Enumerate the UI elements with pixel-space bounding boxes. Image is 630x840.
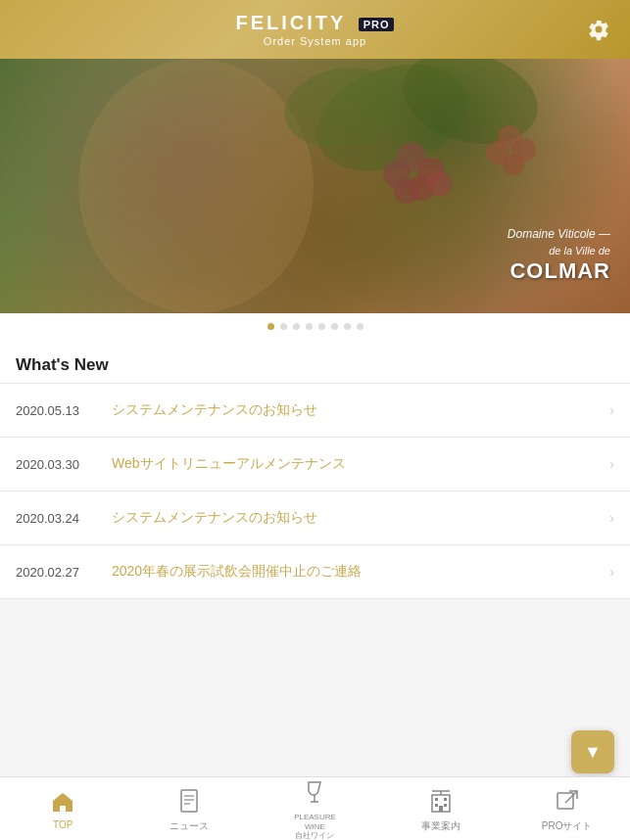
- colmar-text: COLMAR: [508, 258, 610, 284]
- chevron-icon-3: ›: [609, 510, 614, 526]
- gear-icon: [587, 18, 610, 41]
- svg-rect-14: [181, 790, 197, 812]
- chevron-icon-2: ›: [609, 456, 614, 472]
- news-date-2: 2020.03.30: [16, 457, 104, 472]
- settings-button[interactable]: [583, 14, 614, 45]
- news-title-2: Webサイトリニューアルメンテナンス: [104, 455, 609, 473]
- chevron-icon-4: ›: [609, 564, 614, 580]
- svg-point-13: [503, 154, 524, 175]
- document-icon: [179, 789, 199, 817]
- pro-site-icon: [556, 789, 579, 817]
- dot-8[interactable]: [357, 323, 363, 330]
- dot-5[interactable]: [318, 323, 325, 330]
- dot-4[interactable]: [306, 323, 313, 330]
- hero-brand-overlay: Domaine Viticole — de la Ville de COLMAR: [508, 227, 610, 284]
- hero-banner: Domaine Viticole — de la Ville de COLMAR: [0, 59, 630, 313]
- building-icon: [430, 789, 452, 817]
- domaine-text-line2: de la Ville de: [549, 245, 610, 257]
- scroll-down-button[interactable]: ▼: [571, 730, 614, 773]
- brand-name: FELICITY PRO: [236, 12, 395, 34]
- news-title-1: システムメンテナンスのお知らせ: [104, 401, 609, 419]
- svg-rect-27: [439, 806, 443, 812]
- svg-rect-25: [435, 804, 438, 807]
- svg-rect-23: [435, 798, 438, 801]
- nav-news-label: ニュース: [170, 819, 209, 833]
- news-title-3: システムメンテナンスのお知らせ: [104, 509, 609, 527]
- svg-point-9: [426, 171, 452, 197]
- pro-badge: PRO: [359, 18, 395, 31]
- nav-pleasure-wine-label: PLEASUREWINE自社ワイン: [294, 813, 336, 840]
- dot-7[interactable]: [344, 323, 351, 330]
- wine-glass-icon: [306, 780, 323, 810]
- app-header: FELICITY PRO Order System app: [0, 0, 630, 59]
- nav-pro-site-label: PROサイト: [542, 819, 593, 833]
- carousel-dots: [0, 313, 630, 340]
- nav-top[interactable]: TOP: [0, 777, 126, 840]
- main-content: What's New 2020.05.13 システムメンテナンスのお知らせ › …: [0, 340, 630, 599]
- brand-text: FELICITY: [236, 12, 347, 33]
- nav-business[interactable]: 事業案内: [378, 777, 505, 840]
- svg-rect-24: [444, 798, 447, 801]
- chevron-icon-1: ›: [609, 402, 614, 418]
- dot-1[interactable]: [267, 323, 274, 330]
- dot-3[interactable]: [293, 323, 300, 330]
- nav-top-label: TOP: [53, 819, 73, 830]
- dot-6[interactable]: [331, 323, 338, 330]
- nav-news[interactable]: ニュース: [126, 777, 253, 840]
- news-item-4[interactable]: 2020.02.27 2020年春の展示試飲会開催中止のご連絡 ›: [0, 545, 630, 599]
- news-item-1[interactable]: 2020.05.13 システムメンテナンスのお知らせ ›: [0, 384, 630, 438]
- home-icon: [51, 791, 74, 817]
- domaine-text-line1: Domaine Viticole —: [508, 227, 610, 241]
- svg-point-0: [78, 59, 314, 313]
- whats-new-heading: What's New: [0, 340, 630, 384]
- nav-pleasure-wine[interactable]: PLEASUREWINE自社ワイン: [252, 777, 378, 840]
- news-list: 2020.05.13 システムメンテナンスのお知らせ › 2020.03.30 …: [0, 384, 630, 599]
- news-date-1: 2020.05.13: [16, 403, 104, 418]
- svg-rect-26: [444, 804, 447, 807]
- news-date-4: 2020.02.27: [16, 565, 104, 580]
- bottom-navigation: TOP ニュース PLEASUREWINE自社ワイン: [0, 776, 630, 840]
- news-date-3: 2020.03.24: [16, 511, 104, 526]
- header-title-group: FELICITY PRO Order System app: [236, 12, 395, 47]
- svg-point-8: [394, 178, 419, 204]
- news-item-3[interactable]: 2020.03.24 システムメンテナンスのお知らせ ›: [0, 491, 630, 545]
- news-item-2[interactable]: 2020.03.30 Webサイトリニューアルメンテナンス ›: [0, 438, 630, 491]
- chevron-down-icon: ▼: [584, 742, 602, 763]
- svg-rect-28: [557, 793, 573, 809]
- news-title-4: 2020年春の展示試飲会開催中止のご連絡: [104, 563, 609, 581]
- nav-business-label: 事業案内: [421, 819, 460, 833]
- nav-pro-site[interactable]: PROサイト: [504, 777, 630, 840]
- dot-2[interactable]: [280, 323, 287, 330]
- header-subtitle: Order System app: [236, 35, 395, 47]
